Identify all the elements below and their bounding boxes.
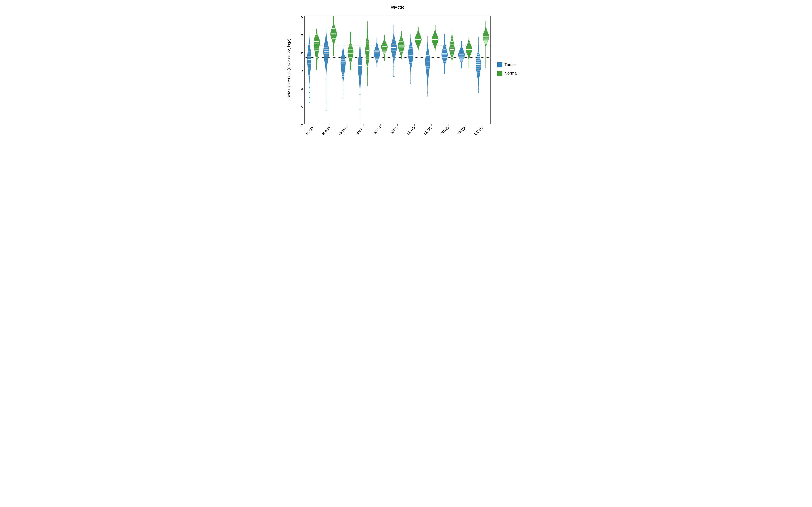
y-tick-label: 6: [300, 70, 304, 72]
violin-normal: [398, 32, 404, 59]
legend-swatch: [497, 71, 502, 76]
x-category-label: THCA: [457, 125, 467, 136]
x-category-label: PRAD: [440, 125, 450, 136]
chart-title: RECK: [390, 5, 405, 10]
violin-tumor: [323, 29, 329, 111]
violin-normal: [483, 21, 489, 68]
y-tick-label: 10: [300, 34, 304, 38]
x-category-label: LUAD: [406, 125, 416, 135]
x-category-label: UCEC: [473, 125, 484, 136]
legend-swatch: [497, 62, 502, 67]
violin-tumor: [408, 34, 413, 83]
violin-tumor: [341, 43, 346, 98]
x-category-label: COAD: [338, 125, 349, 136]
violin-normal: [432, 25, 438, 51]
legend-label: Tumor: [504, 62, 516, 67]
x-category-label: BRCA: [321, 125, 332, 136]
legend: TumorNormal: [497, 62, 517, 76]
chart-container: RECK024681012mRNA Expression (RNASeq V2,…: [283, 0, 529, 154]
x-category-label: LUSC: [423, 125, 433, 135]
y-tick-label: 4: [300, 88, 304, 90]
y-axis-label: mRNA Expression (RNASeq V2, log2): [287, 39, 291, 102]
y-tick-label: 2: [300, 106, 304, 108]
violin-normal: [348, 32, 353, 70]
violin-normal: [365, 21, 369, 86]
violin-tumor: [358, 40, 362, 124]
y-tick-label: 12: [300, 16, 304, 20]
violin-normal: [314, 29, 320, 70]
legend-label: Normal: [504, 71, 517, 75]
violin-tumor: [391, 25, 397, 76]
violin-normal: [450, 31, 455, 66]
violin-normal: [415, 27, 421, 50]
violin-normal: [381, 35, 388, 61]
x-category-label: KIRC: [390, 125, 399, 135]
x-category-label: BLCA: [305, 125, 315, 135]
violin-tumor: [374, 38, 380, 67]
y-tick-label: 0: [300, 124, 304, 126]
y-tick-label: 8: [300, 52, 304, 54]
violin-tumor: [442, 34, 448, 74]
x-category-label: HNSC: [355, 125, 365, 136]
violin-plot: RECK024681012mRNA Expression (RNASeq V2,…: [283, 0, 529, 154]
x-category-label: KICH: [373, 125, 382, 135]
